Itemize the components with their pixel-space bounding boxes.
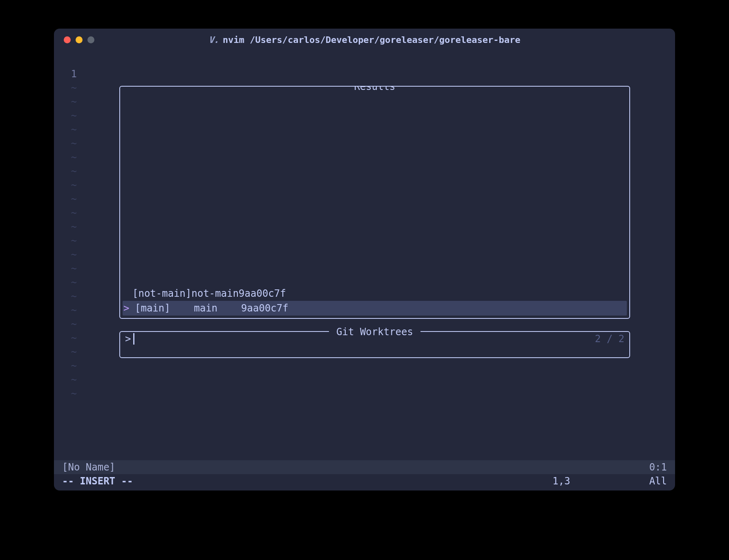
mode-indicator: -- INSERT -- [62,474,552,488]
tilde: ~ [54,262,77,276]
window-title: V. nvim /Users/carlos/Developer/goreleas… [54,35,675,45]
modeline: -- INSERT -- 1,3 All [54,474,675,491]
tilde: ~ [54,109,77,123]
tilde: ~ [54,317,77,331]
telescope-picker: Results [not-main] not-main 9aa00c7f>[ma… [119,86,630,358]
cursor-position: 1,3 [552,474,634,488]
tilde: ~ [54,234,77,248]
commit-hash: 9aa00c7f [241,301,288,315]
tilde: ~ [54,331,77,345]
content-area: 1 ~ ~ ~ ~ ~ ~ ~ ~ ~ ~ ~ ~ ~ ~ ~ ~ ~ ~ ~ [54,51,675,460]
tilde: ~ [54,276,77,289]
tilde: ~ [54,220,77,234]
tilde: ~ [54,178,77,192]
tilde: ~ [54,206,77,220]
prompt-title: Git Worktrees [329,325,420,339]
tilde: ~ [54,123,77,137]
results-panel[interactable]: Results [not-main] not-main 9aa00c7f>[ma… [119,86,630,319]
selection-marker-icon: > [123,301,135,315]
titlebar: V. nvim /Users/carlos/Developer/goreleas… [54,29,675,51]
worktree-name: not-main [192,287,239,300]
close-icon[interactable] [64,36,71,43]
gutter: 1 ~ ~ ~ ~ ~ ~ ~ ~ ~ ~ ~ ~ ~ ~ ~ ~ ~ ~ ~ [54,67,87,460]
scroll-percent: All [634,474,667,488]
zoom-icon[interactable] [87,36,94,43]
prompt-panel[interactable]: Git Worktrees > 2 / 2 [119,331,630,358]
worktree-tag: [not-main] [132,287,192,300]
traffic-lights [64,36,94,43]
tilde: ~ [54,95,77,109]
window-title-text: nvim /Users/carlos/Developer/goreleaser/… [223,35,520,45]
tilde: ~ [54,192,77,206]
minimize-icon[interactable] [76,36,83,43]
ruler: 0:1 [649,460,667,474]
vim-icon: V. [209,35,219,45]
line-number: 1 [54,67,77,81]
result-row[interactable]: >[main] main 9aa00c7f [123,301,627,316]
statusline: [No Name] 0:1 [54,460,675,474]
tilde: ~ [54,345,77,359]
buffer-name: [No Name] [62,460,649,474]
worktree-tag: [main] [135,301,194,315]
commit-hash: 9aa00c7f [239,287,286,300]
tilde: ~ [54,303,77,317]
tilde: ~ [54,164,77,178]
cursor-icon [133,333,134,345]
results-title: Results [347,86,403,94]
tilde: ~ [54,373,77,387]
tilde: ~ [54,359,77,373]
selection-marker-icon [121,287,132,300]
tilde: ~ [54,248,77,262]
result-row[interactable]: [not-main] not-main 9aa00c7f [120,286,629,301]
tilde: ~ [54,387,77,401]
prompt-prefix: > [125,332,131,346]
tilde: ~ [54,289,77,303]
tilde: ~ [54,137,77,150]
result-count: 2 / 2 [595,332,624,346]
editor[interactable]: 1 ~ ~ ~ ~ ~ ~ ~ ~ ~ ~ ~ ~ ~ ~ ~ ~ ~ ~ ~ [54,51,675,491]
tilde: ~ [54,150,77,164]
terminal-window: V. nvim /Users/carlos/Developer/goreleas… [54,29,675,491]
tilde: ~ [54,81,77,95]
worktree-name: main [194,301,242,315]
